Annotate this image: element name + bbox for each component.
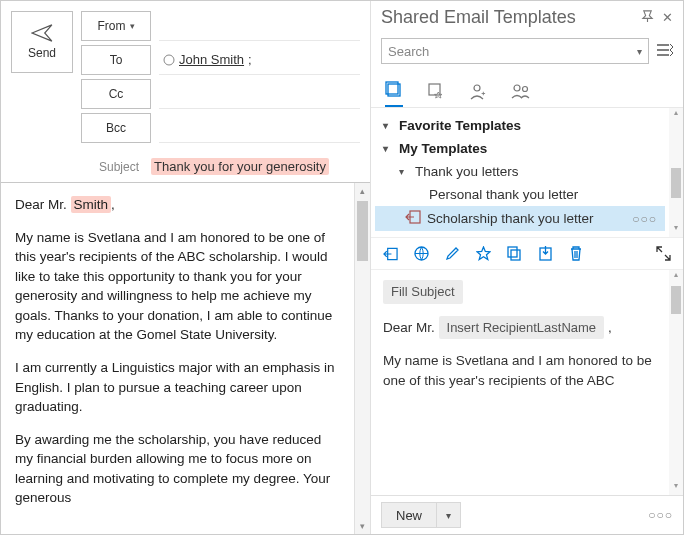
svg-rect-11 bbox=[508, 247, 517, 257]
svg-point-4 bbox=[474, 85, 480, 91]
body-scrollbar[interactable]: ▴ ▾ bbox=[354, 183, 370, 534]
new-button[interactable]: New bbox=[381, 502, 437, 528]
to-button[interactable]: To bbox=[81, 45, 151, 75]
more-icon[interactable]: ○○○ bbox=[648, 508, 673, 522]
fill-subject-chip[interactable]: Fill Subject bbox=[383, 280, 463, 304]
cc-field[interactable] bbox=[159, 79, 360, 109]
preview-greeting-post: , bbox=[608, 320, 612, 335]
bcc-button[interactable]: Bcc bbox=[81, 113, 151, 143]
panel-header: Shared Email Templates ✕ bbox=[371, 1, 683, 34]
tree-my-label: My Templates bbox=[399, 141, 487, 156]
templates-tree: ▾ Favorite Templates ▾ My Templates ▾ Th… bbox=[371, 108, 669, 237]
tree-container: ▾ Favorite Templates ▾ My Templates ▾ Th… bbox=[371, 108, 683, 237]
template-toolbar bbox=[371, 237, 683, 270]
to-recipient-name: John Smith bbox=[179, 52, 244, 67]
scroll-up-icon[interactable]: ▴ bbox=[669, 108, 683, 122]
tree-scholarship-label: Scholarship thank you letter bbox=[427, 211, 594, 226]
search-placeholder: Search bbox=[388, 44, 429, 59]
cc-label: Cc bbox=[109, 87, 124, 101]
greeting-pre: Dear Mr. bbox=[15, 197, 71, 212]
subject-field[interactable]: Thank you for your generosity bbox=[151, 159, 360, 174]
body-p2: I am currently a Linguistics major with … bbox=[15, 358, 340, 417]
delete-icon[interactable] bbox=[569, 246, 583, 261]
svg-rect-10 bbox=[511, 250, 520, 260]
tree-favorites[interactable]: ▾ Favorite Templates bbox=[375, 114, 665, 137]
edit-icon[interactable] bbox=[445, 246, 460, 261]
send-button[interactable]: Send bbox=[11, 11, 73, 73]
send-icon bbox=[31, 24, 53, 42]
tree-thanks-label: Thank you letters bbox=[415, 164, 519, 179]
preview-area: Fill Subject Dear Mr. Insert RecipientLa… bbox=[371, 270, 683, 495]
bottom-bar: New ▾ ○○○ bbox=[371, 495, 683, 534]
insert-icon[interactable] bbox=[383, 247, 398, 261]
filter-icon[interactable] bbox=[657, 43, 673, 60]
chevron-down-icon: ▾ bbox=[130, 21, 135, 31]
more-icon[interactable]: ○○○ bbox=[632, 212, 657, 226]
greeting-name: Smith bbox=[71, 196, 112, 213]
tab-templates[interactable] bbox=[385, 81, 403, 107]
templates-pane: Shared Email Templates ✕ Search ▾ bbox=[371, 1, 683, 534]
pin-icon[interactable] bbox=[641, 10, 654, 26]
to-recipient-chip[interactable]: John Smith; bbox=[163, 52, 252, 67]
tree-personal-label: Personal thank you letter bbox=[429, 187, 578, 202]
preview-greeting-pre: Dear Mr. bbox=[383, 320, 435, 335]
svg-rect-3 bbox=[429, 84, 440, 95]
close-icon[interactable]: ✕ bbox=[662, 10, 673, 25]
subject-row: Subject Thank you for your generosity bbox=[1, 153, 370, 182]
star-icon[interactable] bbox=[476, 246, 491, 261]
search-row: Search ▾ bbox=[371, 34, 683, 72]
panel-title: Shared Email Templates bbox=[381, 7, 633, 28]
preview-greeting: Dear Mr. Insert RecipientLastName , bbox=[383, 316, 657, 340]
bcc-field[interactable] bbox=[159, 113, 360, 143]
tree-thank-you-folder[interactable]: ▾ Thank you letters bbox=[375, 160, 665, 183]
cc-button[interactable]: Cc bbox=[81, 79, 151, 109]
tree-my-templates[interactable]: ▾ My Templates bbox=[375, 137, 665, 160]
chevron-down-icon: ▾ bbox=[383, 143, 393, 154]
from-button[interactable]: From ▾ bbox=[81, 11, 151, 41]
chevron-down-icon: ▾ bbox=[399, 166, 409, 177]
from-field[interactable] bbox=[159, 11, 360, 41]
tree-item-personal[interactable]: Personal thank you letter bbox=[375, 183, 665, 206]
body-greeting: Dear Mr. Smith, bbox=[15, 195, 340, 215]
people-icon bbox=[511, 83, 531, 101]
tab-favorites[interactable] bbox=[427, 83, 445, 107]
insert-template-icon bbox=[405, 210, 421, 227]
to-suffix: ; bbox=[248, 52, 252, 67]
import-icon[interactable] bbox=[538, 246, 553, 261]
new-dropdown[interactable]: ▾ bbox=[437, 502, 461, 528]
address-values: John Smith; bbox=[159, 11, 360, 143]
scroll-thumb[interactable] bbox=[671, 168, 681, 198]
scroll-up-icon[interactable]: ▴ bbox=[669, 270, 683, 284]
to-field[interactable]: John Smith; bbox=[159, 45, 360, 75]
recipient-token-chip[interactable]: Insert RecipientLastName bbox=[439, 316, 605, 340]
tree-item-scholarship[interactable]: Scholarship thank you letter ○○○ bbox=[375, 206, 665, 231]
greeting-post: , bbox=[111, 197, 115, 212]
tab-shared[interactable] bbox=[469, 83, 487, 107]
copy-icon[interactable] bbox=[507, 246, 522, 261]
tabs bbox=[371, 72, 683, 108]
scroll-up-icon[interactable]: ▴ bbox=[355, 183, 370, 199]
scroll-down-icon[interactable]: ▾ bbox=[355, 518, 370, 534]
tree-scrollbar[interactable]: ▴ ▾ bbox=[669, 108, 683, 237]
scroll-down-icon[interactable]: ▾ bbox=[669, 481, 683, 495]
subject-label: Subject bbox=[11, 160, 151, 174]
subject-text: Thank you for your generosity bbox=[151, 158, 329, 175]
search-input[interactable]: Search ▾ bbox=[381, 38, 649, 64]
template-preview[interactable]: Fill Subject Dear Mr. Insert RecipientLa… bbox=[371, 270, 669, 495]
chevron-down-icon[interactable]: ▾ bbox=[637, 46, 642, 57]
scroll-thumb[interactable] bbox=[357, 201, 368, 261]
svg-point-6 bbox=[523, 87, 528, 92]
tab-teams[interactable] bbox=[511, 83, 531, 107]
scroll-down-icon[interactable]: ▾ bbox=[669, 223, 683, 237]
svg-point-0 bbox=[164, 55, 174, 65]
new-label: New bbox=[396, 508, 422, 523]
tree-favorites-label: Favorite Templates bbox=[399, 118, 521, 133]
expand-icon[interactable] bbox=[656, 246, 671, 261]
body-p3: By awarding me the scholarship, you have… bbox=[15, 430, 340, 508]
scroll-thumb[interactable] bbox=[671, 286, 681, 314]
preview-scrollbar[interactable]: ▴ ▾ bbox=[669, 270, 683, 495]
globe-icon[interactable] bbox=[414, 246, 429, 261]
chevron-down-icon: ▾ bbox=[383, 120, 393, 131]
body-editor[interactable]: Dear Mr. Smith, My name is Svetlana and … bbox=[1, 183, 354, 534]
body-p1: My name is Svetlana and I am honored to … bbox=[15, 228, 340, 345]
